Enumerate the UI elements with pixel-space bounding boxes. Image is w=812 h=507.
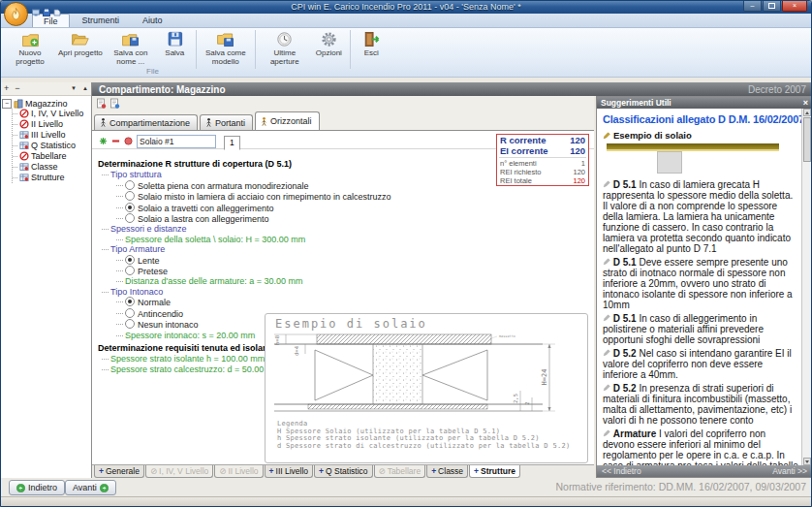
tree-root-magazzino[interactable]: − Magazzino <box>2 99 90 109</box>
back-button[interactable]: Indietro <box>9 480 65 495</box>
radio-label: Soletta piena con armatura monodireziona… <box>138 181 309 191</box>
summary-row-value: 120 <box>573 168 585 176</box>
ribbon-button-salva-con-nome[interactable]: Salva con nome ... <box>105 30 157 66</box>
ribbon-button-label: Nuovo progetto <box>16 48 44 66</box>
copy-element-icon[interactable] <box>96 98 107 109</box>
back-arrow-icon <box>16 484 25 492</box>
suggestions-scrollbar[interactable] <box>801 109 812 465</box>
radio-soletta-piena-con-armatura-monodirezionale[interactable] <box>125 180 135 190</box>
radio-lente[interactable] <box>125 255 135 265</box>
legend-line: d Spessore strato di calcestruzzo (utili… <box>277 443 587 451</box>
value-label: Spessore della soletta \ solaio: H = 300… <box>125 235 305 244</box>
building-icon <box>14 99 23 109</box>
solaio-name-input[interactable] <box>137 135 216 148</box>
form-item[interactable]: Solaio a lastra con alleggerimento <box>98 213 491 224</box>
form-item[interactable]: Normale <box>98 297 491 307</box>
maximize-button[interactable] <box>763 1 781 12</box>
tab-portanti[interactable]: Portanti <box>200 114 253 130</box>
tree-item-q-statistico[interactable]: Q Statistico <box>13 141 90 151</box>
level-tab-generale[interactable]: +Generale <box>94 465 144 478</box>
ribbon-button-opzioni[interactable]: Opzioni <box>311 30 347 58</box>
collapse-icon[interactable]: − <box>2 99 12 109</box>
radio-antincendio[interactable] <box>125 308 135 318</box>
ribbon-button-nuovo-progetto[interactable]: Nuovo progetto <box>4 30 56 66</box>
quick-access-icon-3[interactable] <box>53 3 61 11</box>
tree-item-i-iv-v-livello[interactable]: I, IV, V Livello <box>13 109 90 119</box>
tree-item-label: I, IV, V Livello <box>31 109 83 118</box>
quick-access-icon-1[interactable] <box>32 3 40 11</box>
next-button[interactable]: Avanti <box>65 480 116 495</box>
app-window: CPI win E. Carico Incendio Pro 2011 - v0… <box>0 0 812 507</box>
section-heading: Determinazione R strutture di copertura … <box>98 159 491 169</box>
solaio-page-tab[interactable]: 1 <box>224 136 240 150</box>
level-tab-label: II Livello <box>228 466 258 476</box>
suggestions-next-button[interactable]: Avanti >> <box>772 466 807 476</box>
radio-pretese[interactable] <box>125 266 135 275</box>
level-tab-tabellare: ⊘Tabellare <box>374 465 426 478</box>
level-tab-strutture[interactable]: +Strutture <box>469 465 520 478</box>
suggestions-back-button[interactable]: << Indietro <box>602 466 641 476</box>
ribbon-button-salva[interactable]: Salva <box>157 30 193 58</box>
add-solaio-icon[interactable] <box>99 137 108 145</box>
ribbon-tab-strumenti[interactable]: Strumenti <box>72 14 131 27</box>
scroll-up-icon[interactable] <box>803 109 811 116</box>
ribbon-tab-aiuto[interactable]: Aiuto <box>132 14 173 27</box>
radio-solaio-a-lastra-con-alleggerimento[interactable] <box>125 213 135 223</box>
tree-item-ii-livello[interactable]: II Livello <box>13 119 90 130</box>
tab-marker-icon: + <box>431 466 436 476</box>
person-icon <box>100 117 107 128</box>
pencil-icon <box>603 314 610 322</box>
tree-item-tabellare[interactable]: Tabellare <box>13 151 90 162</box>
radio-nesun-intonaco[interactable] <box>125 319 135 329</box>
radio-solaio-misto-in-lamiera-di-acciaio-con-rimepimento-in-calcestruzzo[interactable] <box>125 191 135 201</box>
tree-root-label: Magazzino <box>25 99 68 109</box>
ribbon-button-ultime-aperture[interactable]: Ultime aperture <box>259 30 311 66</box>
paste-element-icon[interactable] <box>109 98 120 109</box>
wizard-navbar: Indietro Avanti Normative riferimento: D… <box>1 478 812 496</box>
ribbon-button-apri-progetto[interactable]: Apri progetto <box>56 30 105 58</box>
form-item[interactable]: Soletta piena con armatura monodireziona… <box>98 180 491 191</box>
radio-solaio-a-travetti-con-alleggerimento[interactable] <box>125 203 135 212</box>
paragraph-lead: D 5.1 <box>613 313 637 324</box>
minimize-button[interactable]: – <box>743 1 762 12</box>
tree-item-iii-livello[interactable]: III Livello <box>13 130 90 141</box>
solaio-status-icon <box>124 137 133 145</box>
level-tab-classe[interactable]: +Classe <box>426 465 468 478</box>
tree-item-classe[interactable]: Classe <box>13 162 90 173</box>
level-tab-q-statistico[interactable]: +Q Statistico <box>314 465 372 478</box>
tree-item-strutture[interactable]: Strutture <box>13 173 90 183</box>
app-menu-button[interactable] <box>4 2 28 26</box>
ribbon-button-salva-come-modello[interactable]: Salva come modello <box>200 30 252 66</box>
suggestions-header-title: Suggerimenti Utili <box>601 98 671 108</box>
radio-normale[interactable] <box>125 297 135 306</box>
form-item[interactable]: Lente <box>98 255 491 266</box>
suggestion-paragraph: D 5.1 Deve essere sempre presente uno st… <box>603 257 798 310</box>
ribbon-button-esci[interactable]: Esci <box>354 30 390 58</box>
radio-label: Nesun intonaco <box>138 320 199 330</box>
level-tab-iii-livello[interactable]: +III Livello <box>265 465 314 478</box>
tab-marker-icon: + <box>269 466 274 476</box>
close-suggestions-icon[interactable]: × <box>803 99 808 108</box>
tree-move-down-button[interactable]: ▼ <box>71 83 77 94</box>
dim-s1: 2,5 <box>513 394 518 403</box>
tab-compartimentazione[interactable]: Compartimentazione <box>94 114 198 130</box>
value-label: Spessore intonaco: s = 20.00 mm <box>125 331 255 340</box>
form-item[interactable]: Solaio a travetti con alleggerimento <box>98 203 491 213</box>
tab-orizzontali[interactable]: Orizzontali <box>255 111 320 130</box>
remove-solaio-icon[interactable] <box>111 137 120 145</box>
quick-access-icon-2[interactable] <box>43 3 50 11</box>
solaio-section-drawing: H=24 2,5 2 h=8 d=4 massetto <box>266 331 586 421</box>
tree-move-up-button[interactable]: ▲ <box>82 83 88 94</box>
close-button[interactable]: × <box>782 1 807 12</box>
quick-access-toolbar[interactable] <box>32 3 61 11</box>
tree-remove-button[interactable]: − <box>15 83 19 94</box>
suggestion-paragraph: D 5.2 In presenza di strati superiori di… <box>603 383 798 426</box>
tree-add-button[interactable]: + <box>4 83 9 94</box>
ribbon-button-label: Opzioni <box>316 48 342 57</box>
scrollbar-thumb[interactable] <box>803 117 811 162</box>
tree-toolbar: + − ▼ ▲ <box>1 82 91 96</box>
form-item[interactable]: Pretese <box>98 266 491 276</box>
scroll-down-icon[interactable] <box>803 458 811 465</box>
form-item[interactable]: Solaio misto in lamiera di acciaio con r… <box>98 191 491 202</box>
suggestion-paragraphs: D 5.1 In caso di lamiera grecata H rappr… <box>603 179 798 465</box>
